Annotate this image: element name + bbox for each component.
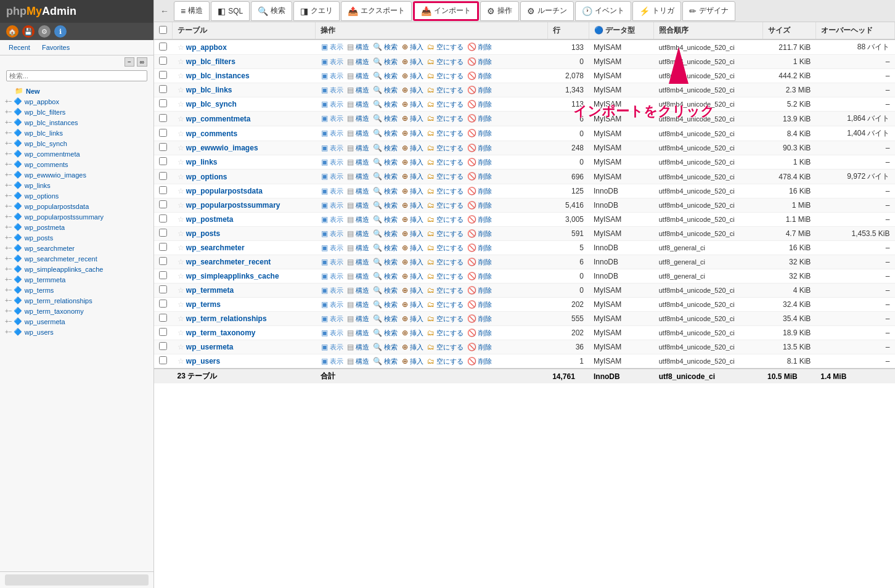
drop-link[interactable]: 削除 bbox=[478, 100, 492, 108]
empty-link[interactable]: 空にする bbox=[436, 272, 464, 280]
drop-link[interactable]: 削除 bbox=[478, 343, 492, 351]
show-link[interactable]: 表示 bbox=[330, 72, 343, 80]
drop-link[interactable]: 削除 bbox=[478, 301, 492, 308]
structure-link[interactable]: 構造 bbox=[356, 202, 369, 209]
database-icon[interactable]: 💾 bbox=[22, 25, 35, 38]
star-icon[interactable]: ☆ bbox=[178, 100, 184, 108]
table-name-link[interactable]: wp_popularpostssummary bbox=[186, 201, 280, 210]
search-link[interactable]: 検索 bbox=[384, 301, 398, 308]
insert-link[interactable]: 挿入 bbox=[410, 115, 423, 122]
home-icon[interactable]: 🏠 bbox=[6, 25, 18, 38]
row-select-checkbox[interactable] bbox=[159, 285, 167, 293]
drop-link[interactable]: 削除 bbox=[478, 72, 492, 80]
structure-link[interactable]: 構造 bbox=[356, 187, 369, 195]
row-select-checkbox[interactable] bbox=[159, 71, 167, 79]
tree-item-wp_searchmeter_recent[interactable]: +− 🔷 wp_searchmeter_recent bbox=[0, 253, 153, 264]
show-link[interactable]: 表示 bbox=[330, 301, 343, 308]
collapse-all-button[interactable]: − bbox=[125, 57, 134, 67]
empty-link[interactable]: 空にする bbox=[436, 100, 464, 108]
structure-link[interactable]: 構造 bbox=[356, 272, 369, 280]
empty-link[interactable]: 空にする bbox=[436, 173, 464, 180]
row-select-checkbox[interactable] bbox=[159, 172, 167, 180]
help-icon[interactable]: ℹ bbox=[54, 25, 67, 38]
table-name-link[interactable]: wp_terms bbox=[186, 300, 221, 309]
table-name-link[interactable]: wp_comments bbox=[186, 129, 237, 138]
empty-link[interactable]: 空にする bbox=[436, 301, 464, 308]
tree-item-wp_searchmeter[interactable]: +− 🔷 wp_searchmeter bbox=[0, 243, 153, 253]
search-link[interactable]: 検索 bbox=[384, 173, 398, 180]
row-select-checkbox[interactable] bbox=[159, 342, 167, 350]
search-link[interactable]: 検索 bbox=[384, 329, 398, 337]
empty-link[interactable]: 空にする bbox=[436, 158, 464, 166]
tree-item-wp_popularpostssummary[interactable]: +− 🔷 wp_popularpostssummary bbox=[0, 211, 153, 222]
show-link[interactable]: 表示 bbox=[330, 202, 343, 209]
drop-link[interactable]: 削除 bbox=[478, 329, 492, 337]
empty-link[interactable]: 空にする bbox=[436, 315, 464, 322]
structure-link[interactable]: 構造 bbox=[356, 43, 369, 51]
show-link[interactable]: 表示 bbox=[330, 230, 343, 237]
insert-link[interactable]: 挿入 bbox=[410, 187, 423, 195]
empty-link[interactable]: 空にする bbox=[436, 115, 464, 122]
tree-item-wp_termmeta[interactable]: +− 🔷 wp_termmeta bbox=[0, 274, 153, 285]
tree-item-wp_options[interactable]: +− 🔷 wp_options bbox=[0, 190, 153, 201]
search-link[interactable]: 検索 bbox=[384, 287, 398, 294]
show-link[interactable]: 表示 bbox=[330, 144, 343, 152]
star-icon[interactable]: ☆ bbox=[178, 286, 184, 295]
structure-link[interactable]: 構造 bbox=[356, 216, 369, 223]
row-select-checkbox[interactable] bbox=[159, 328, 167, 336]
drop-link[interactable]: 削除 bbox=[478, 115, 492, 122]
tree-item-wp_simpleapplinks_cache[interactable]: +− 🔷 wp_simpleapplinks_cache bbox=[0, 264, 153, 274]
search-link[interactable]: 検索 bbox=[384, 357, 398, 365]
search-link[interactable]: 検索 bbox=[384, 58, 398, 65]
star-icon[interactable]: ☆ bbox=[178, 215, 184, 224]
empty-link[interactable]: 空にする bbox=[436, 230, 464, 237]
structure-link[interactable]: 構造 bbox=[356, 230, 369, 237]
drop-link[interactable]: 削除 bbox=[478, 158, 492, 166]
star-icon[interactable]: ☆ bbox=[178, 243, 184, 252]
table-name-link[interactable]: wp_termmeta bbox=[186, 286, 234, 295]
search-link[interactable]: 検索 bbox=[384, 216, 398, 223]
row-select-checkbox[interactable] bbox=[159, 257, 167, 265]
show-link[interactable]: 表示 bbox=[330, 315, 343, 322]
structure-link[interactable]: 構造 bbox=[356, 86, 369, 94]
select-all-checkbox[interactable] bbox=[159, 26, 167, 34]
empty-link[interactable]: 空にする bbox=[436, 216, 464, 223]
tab-designer[interactable]: ✏ デザイナ bbox=[682, 1, 735, 21]
search-link[interactable]: 検索 bbox=[384, 115, 398, 122]
show-link[interactable]: 表示 bbox=[330, 43, 343, 51]
structure-link[interactable]: 構造 bbox=[356, 173, 369, 180]
star-icon[interactable]: ☆ bbox=[178, 158, 184, 166]
table-name-link[interactable]: wp_blc_links bbox=[186, 86, 232, 94]
tab-search[interactable]: 🔍 検索 bbox=[251, 1, 292, 21]
show-link[interactable]: 表示 bbox=[330, 216, 343, 223]
row-select-checkbox[interactable] bbox=[159, 57, 167, 65]
insert-link[interactable]: 挿入 bbox=[410, 230, 423, 237]
tab-sql[interactable]: ◧ SQL bbox=[211, 1, 250, 21]
tab-import[interactable]: 📥 インポート bbox=[413, 1, 479, 21]
row-select-checkbox[interactable] bbox=[159, 186, 167, 194]
star-icon[interactable]: ☆ bbox=[178, 187, 184, 195]
tree-item-wp_postmeta[interactable]: +− 🔷 wp_postmeta bbox=[0, 222, 153, 232]
tab-routine[interactable]: ⚙ ルーチン bbox=[520, 1, 574, 21]
structure-link[interactable]: 構造 bbox=[356, 258, 369, 266]
table-name-link[interactable]: wp_simpleapplinks_cache bbox=[186, 272, 279, 280]
star-icon[interactable]: ☆ bbox=[178, 329, 184, 337]
drop-link[interactable]: 削除 bbox=[478, 129, 492, 137]
show-link[interactable]: 表示 bbox=[330, 187, 343, 195]
table-name-link[interactable]: wp_posts bbox=[186, 229, 220, 238]
search-link[interactable]: 検索 bbox=[384, 315, 398, 322]
empty-link[interactable]: 空にする bbox=[436, 58, 464, 65]
tree-item-wp_blc_synch[interactable]: +− 🔷 wp_blc_synch bbox=[0, 138, 153, 149]
back-button[interactable]: ← bbox=[157, 5, 173, 17]
show-link[interactable]: 表示 bbox=[330, 100, 343, 108]
tree-item-wp_popularpostsdata[interactable]: +− 🔷 wp_popularpostsdata bbox=[0, 201, 153, 211]
tree-item-wp_blc_links[interactable]: +− 🔷 wp_blc_links bbox=[0, 128, 153, 138]
row-select-checkbox[interactable] bbox=[159, 229, 167, 237]
favorites-link[interactable]: Favorites bbox=[39, 43, 72, 52]
star-icon[interactable]: ☆ bbox=[178, 201, 184, 210]
structure-link[interactable]: 構造 bbox=[356, 129, 369, 137]
empty-link[interactable]: 空にする bbox=[436, 357, 464, 365]
show-link[interactable]: 表示 bbox=[330, 244, 343, 251]
tree-item-wp_posts[interactable]: +− 🔷 wp_posts bbox=[0, 232, 153, 243]
row-select-checkbox[interactable] bbox=[159, 114, 167, 122]
